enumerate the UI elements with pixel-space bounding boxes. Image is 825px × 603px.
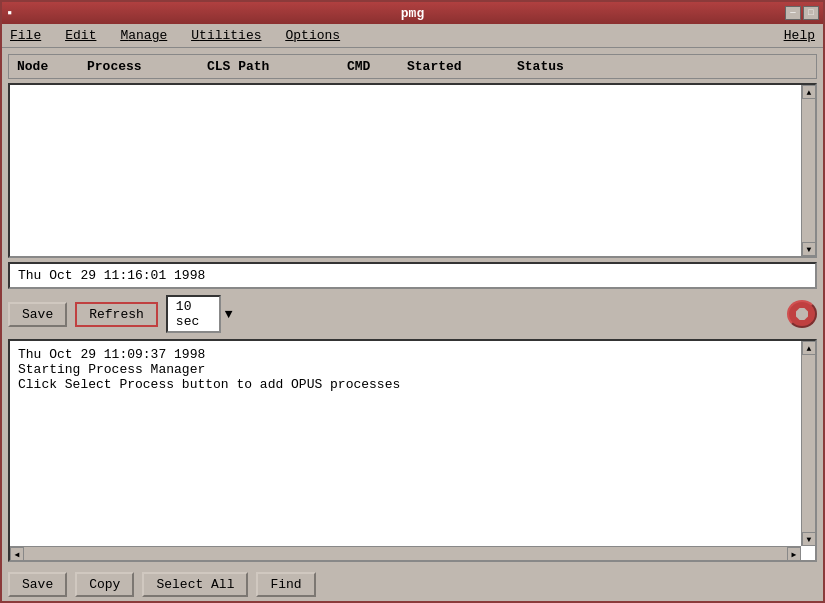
refresh-down-arrow[interactable]: ▼ xyxy=(225,307,233,322)
bottom-toolbar: Save Copy Select All Find xyxy=(2,568,823,601)
log-scroll-h-track xyxy=(24,547,787,560)
title-bar: ▪ pmg ─ □ xyxy=(2,2,823,24)
col-header-process: Process xyxy=(87,59,207,74)
table-header: Node Process CLS Path CMD Started Status xyxy=(8,54,817,79)
main-window: ▪ pmg ─ □ File Edit Manage Utilities Opt… xyxy=(0,0,825,603)
menu-edit[interactable]: Edit xyxy=(61,26,100,45)
menu-options[interactable]: Options xyxy=(282,26,345,45)
timestamp-value: Thu Oct 29 11:16:01 1998 xyxy=(18,268,205,283)
log-scroll-right[interactable]: ▶ xyxy=(787,547,801,561)
save-button[interactable]: Save xyxy=(8,302,67,327)
process-table: ▲ ▼ xyxy=(8,83,817,258)
find-button[interactable]: Find xyxy=(256,572,315,597)
minimize-button[interactable]: ─ xyxy=(785,6,801,20)
menu-help[interactable]: Help xyxy=(780,26,819,45)
process-table-scrollbar: ▲ ▼ xyxy=(801,85,815,256)
scroll-up-button[interactable]: ▲ xyxy=(802,85,816,99)
scroll-down-button[interactable]: ▼ xyxy=(802,242,816,256)
menu-bar: File Edit Manage Utilities Options Help xyxy=(2,24,823,48)
bottom-save-button[interactable]: Save xyxy=(8,572,67,597)
copy-button[interactable]: Copy xyxy=(75,572,134,597)
refresh-interval-area: 10 sec ▼ xyxy=(166,295,233,333)
col-header-started: Started xyxy=(407,59,517,74)
stop-button[interactable] xyxy=(787,300,817,328)
stop-icon xyxy=(796,308,808,320)
toolbar: Save Refresh 10 sec ▼ xyxy=(8,293,817,335)
col-header-node: Node xyxy=(17,59,87,74)
scroll-track-top xyxy=(802,99,815,242)
log-area: Thu Oct 29 11:09:37 1998 Starting Proces… xyxy=(8,339,817,562)
col-header-status: Status xyxy=(517,59,808,74)
log-scrollbar-v: ▲ ▼ xyxy=(801,341,815,546)
log-content[interactable]: Thu Oct 29 11:09:37 1998 Starting Proces… xyxy=(10,341,801,560)
log-scroll-left[interactable]: ◀ xyxy=(10,547,24,561)
window-title: pmg xyxy=(401,6,424,21)
process-table-inner[interactable] xyxy=(10,85,801,256)
col-header-cls: CLS Path xyxy=(207,59,347,74)
menu-file[interactable]: File xyxy=(6,26,45,45)
col-header-cmd: CMD xyxy=(347,59,407,74)
log-scroll-down[interactable]: ▼ xyxy=(802,532,816,546)
log-scrollbar-h: ◀ ▶ xyxy=(10,546,801,560)
log-scroll-up[interactable]: ▲ xyxy=(802,341,816,355)
title-bar-left-control[interactable]: ▪ xyxy=(6,6,14,21)
timestamp-bar: Thu Oct 29 11:16:01 1998 xyxy=(8,262,817,289)
maximize-button[interactable]: □ xyxy=(803,6,819,20)
refresh-button[interactable]: Refresh xyxy=(75,302,158,327)
main-content: Node Process CLS Path CMD Started Status… xyxy=(2,48,823,568)
log-scroll-track xyxy=(802,355,815,532)
title-bar-controls: ─ □ xyxy=(785,6,819,20)
menu-utilities[interactable]: Utilities xyxy=(187,26,265,45)
menu-manage[interactable]: Manage xyxy=(116,26,171,45)
select-all-button[interactable]: Select All xyxy=(142,572,248,597)
refresh-interval-value: 10 sec xyxy=(166,295,221,333)
